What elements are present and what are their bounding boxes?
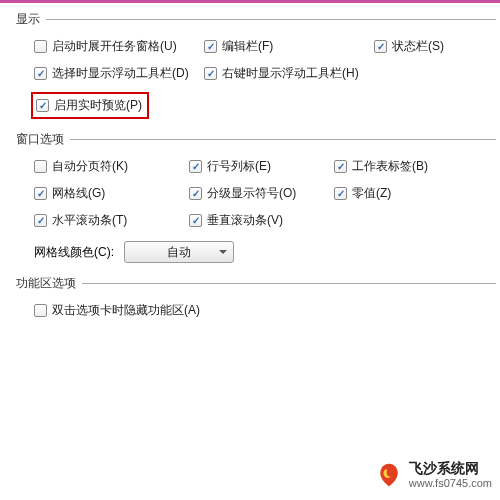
option-floating-toolbar-select[interactable]: 选择时显示浮动工具栏(D) — [34, 65, 204, 82]
option-label: 垂直滚动条(V) — [207, 212, 283, 229]
options-panel: 显示 启动时展开任务窗格(U) 编辑栏(F) 状态栏(S) 选择时显示浮动工具栏… — [0, 0, 500, 500]
divider-line — [70, 139, 496, 140]
checkbox-icon — [204, 67, 217, 80]
gridline-color-dropdown[interactable]: 自动 — [124, 241, 234, 263]
option-vertical-scrollbar[interactable]: 垂直滚动条(V) — [189, 212, 334, 229]
combo-value: 自动 — [167, 244, 191, 261]
divider-line — [46, 19, 496, 20]
chevron-down-icon — [219, 250, 227, 254]
option-gridlines[interactable]: 网格线(G) — [34, 185, 189, 202]
option-formula-bar[interactable]: 编辑栏(F) — [204, 38, 374, 55]
checkbox-icon — [374, 40, 387, 53]
section-label: 显示 — [16, 11, 40, 28]
option-label: 右键时显示浮动工具栏(H) — [222, 65, 359, 82]
watermark-logo-icon — [375, 461, 403, 489]
option-floating-toolbar-rightclick[interactable]: 右键时显示浮动工具栏(H) — [204, 65, 374, 82]
checkbox-icon — [34, 187, 47, 200]
watermark: 飞沙系统网 www.fs0745.com — [375, 460, 492, 490]
window-options-section: 窗口选项 自动分页符(K) 行号列标(E) 工作表标签(B) 网格线(G) — [16, 131, 496, 263]
display-section: 显示 启动时展开任务窗格(U) 编辑栏(F) 状态栏(S) 选择时显示浮动工具栏… — [16, 11, 496, 119]
option-label: 分级显示符号(O) — [207, 185, 296, 202]
gridline-color-label: 网格线颜色(C): — [34, 244, 114, 261]
option-row-col-headers[interactable]: 行号列标(E) — [189, 158, 334, 175]
option-label: 水平滚动条(T) — [52, 212, 127, 229]
checkbox-icon — [189, 160, 202, 173]
option-label: 零值(Z) — [352, 185, 391, 202]
checkbox-icon — [204, 40, 217, 53]
checkbox-icon — [334, 187, 347, 200]
option-status-bar[interactable]: 状态栏(S) — [374, 38, 494, 55]
option-label: 选择时显示浮动工具栏(D) — [52, 65, 189, 82]
checkbox-icon — [34, 40, 47, 53]
checkbox-icon — [334, 160, 347, 173]
section-label: 功能区选项 — [16, 275, 76, 292]
checkbox-icon — [189, 187, 202, 200]
ribbon-options-section: 功能区选项 双击选项卡时隐藏功能区(A) — [16, 275, 496, 319]
option-label: 自动分页符(K) — [52, 158, 128, 175]
checkbox-icon — [34, 214, 47, 227]
divider-line — [82, 283, 496, 284]
option-label: 启动时展开任务窗格(U) — [52, 38, 177, 55]
checkbox-icon — [34, 67, 47, 80]
checkbox-icon — [36, 99, 49, 112]
option-label: 网格线(G) — [52, 185, 105, 202]
option-horizontal-scrollbar[interactable]: 水平滚动条(T) — [34, 212, 189, 229]
checkbox-icon — [34, 160, 47, 173]
option-outline-symbols[interactable]: 分级显示符号(O) — [189, 185, 334, 202]
checkbox-icon — [34, 304, 47, 317]
section-label: 窗口选项 — [16, 131, 64, 148]
window-options-title: 窗口选项 — [16, 131, 496, 148]
option-label: 启用实时预览(P) — [54, 97, 142, 114]
watermark-title: 飞沙系统网 — [409, 460, 492, 477]
option-zero-values[interactable]: 零值(Z) — [334, 185, 454, 202]
option-live-preview[interactable]: 启用实时预览(P) — [36, 97, 142, 114]
option-auto-page-break[interactable]: 自动分页符(K) — [34, 158, 189, 175]
option-sheet-tabs[interactable]: 工作表标签(B) — [334, 158, 454, 175]
option-label: 双击选项卡时隐藏功能区(A) — [52, 302, 200, 319]
highlight-box: 启用实时预览(P) — [31, 92, 149, 119]
option-label: 工作表标签(B) — [352, 158, 428, 175]
watermark-url: www.fs0745.com — [409, 477, 492, 490]
ribbon-options-title: 功能区选项 — [16, 275, 496, 292]
checkbox-icon — [189, 214, 202, 227]
display-section-title: 显示 — [16, 11, 496, 28]
option-label: 状态栏(S) — [392, 38, 444, 55]
option-label: 编辑栏(F) — [222, 38, 273, 55]
option-label: 行号列标(E) — [207, 158, 271, 175]
option-hide-ribbon-dblclick[interactable]: 双击选项卡时隐藏功能区(A) — [34, 302, 200, 319]
option-startup-taskpane[interactable]: 启动时展开任务窗格(U) — [34, 38, 204, 55]
